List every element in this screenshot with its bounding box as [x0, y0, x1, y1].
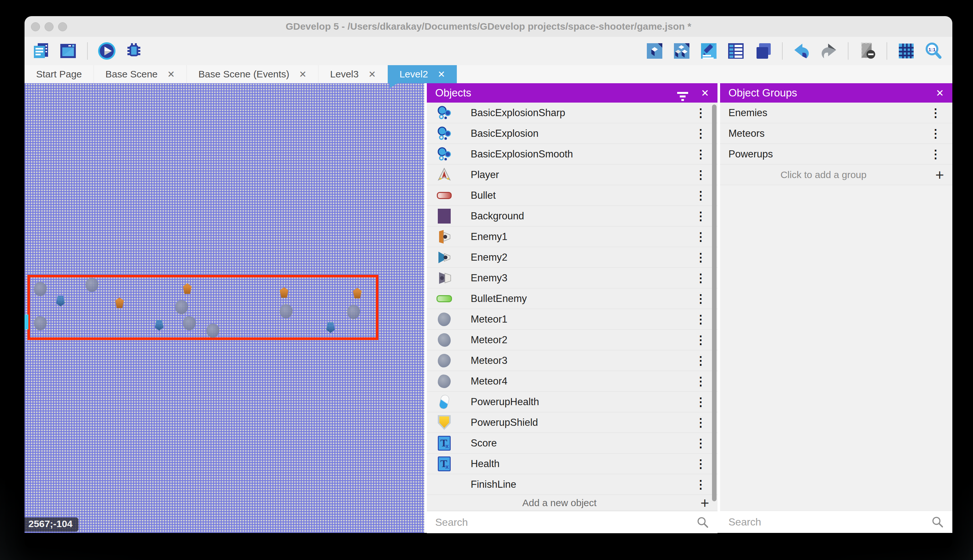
instances-list-icon[interactable]	[726, 42, 745, 60]
tab-base-scene[interactable]: Base Scene ✕	[94, 65, 187, 83]
row-menu-icon[interactable]: ⋮	[687, 251, 714, 264]
undo-icon[interactable]	[792, 42, 811, 60]
window-zoom-button[interactable]	[58, 22, 67, 31]
row-menu-icon[interactable]: ⋮	[687, 292, 714, 305]
row-menu-icon[interactable]: ⋮	[687, 209, 714, 223]
row-menu-icon[interactable]: ⋮	[687, 354, 714, 367]
render-mask-icon[interactable]	[858, 42, 877, 60]
tab-level3[interactable]: Level3 ✕	[318, 65, 388, 83]
row-menu-icon[interactable]: ⋮	[687, 230, 714, 243]
object-row[interactable]: Meteor2 ⋮	[427, 330, 718, 350]
object-row[interactable]: Enemy3 ⋮	[427, 268, 718, 288]
row-menu-icon[interactable]: ⋮	[687, 313, 714, 326]
object-row[interactable]: Meteor3 ⋮	[427, 350, 718, 371]
filter-icon[interactable]	[677, 92, 688, 94]
object-row[interactable]: Player ⋮	[427, 165, 718, 185]
close-panel-icon[interactable]: ✕	[936, 87, 944, 99]
plus-icon: +	[927, 168, 952, 181]
close-tab-icon[interactable]: ✕	[438, 69, 445, 80]
health-pill-icon	[435, 395, 453, 409]
row-menu-icon[interactable]: ⋮	[687, 333, 714, 347]
scene-window-icon[interactable]	[59, 42, 77, 60]
object-row[interactable]: BulletEnemy ⋮	[427, 288, 718, 309]
row-menu-icon[interactable]: ⋮	[687, 375, 714, 388]
object-row[interactable]: PowerupShield ⋮	[427, 412, 718, 433]
tab-level2[interactable]: Level2 ✕	[388, 65, 457, 83]
row-menu-icon[interactable]: ⋮	[687, 189, 714, 202]
properties-pencil-icon[interactable]	[700, 42, 718, 60]
row-menu-icon[interactable]: ⋮	[922, 127, 949, 140]
tab-base-scene-events[interactable]: Base Scene (Events) ✕	[187, 65, 318, 83]
selection-rectangle[interactable]	[27, 275, 378, 340]
redo-icon[interactable]	[820, 42, 838, 60]
row-menu-icon[interactable]: ⋮	[687, 147, 714, 161]
row-menu-icon[interactable]: ⋮	[687, 457, 714, 471]
row-menu-icon[interactable]: ⋮	[687, 127, 714, 140]
row-menu-icon[interactable]: ⋮	[687, 106, 714, 120]
groups-search-input[interactable]	[720, 516, 931, 528]
main-area: 2567;-104 Objects ✕ BasicExplosionSharp …	[25, 83, 952, 533]
objects-search-input[interactable]	[427, 517, 696, 528]
object-groups-icon[interactable]	[672, 42, 691, 60]
row-menu-icon[interactable]: ⋮	[687, 395, 714, 409]
meteor-icon	[435, 333, 453, 347]
add-object-button[interactable]: Add a new object +	[427, 495, 718, 511]
scene-canvas[interactable]: 2567;-104	[25, 83, 424, 533]
tab-start-page[interactable]: Start Page	[25, 65, 94, 83]
objects-editor-icon[interactable]	[645, 42, 664, 60]
close-panel-icon[interactable]: ✕	[701, 87, 709, 99]
shield-icon	[435, 415, 453, 430]
object-row[interactable]: Meteor4 ⋮	[427, 371, 718, 392]
group-row[interactable]: Meteors ⋮	[720, 123, 952, 144]
object-row[interactable]: Health ⋮	[427, 453, 718, 474]
objects-panel-title: Objects	[435, 87, 677, 99]
close-tab-icon[interactable]: ✕	[368, 69, 376, 80]
row-menu-icon[interactable]: ⋮	[922, 147, 949, 161]
scene-tabs: Start Page Base Scene ✕ Base Scene (Even…	[25, 65, 952, 83]
window-close-button[interactable]	[31, 22, 40, 31]
row-menu-icon[interactable]: ⋮	[687, 271, 714, 285]
bullet-enemy-icon	[435, 295, 453, 302]
toolbar-divider	[886, 42, 887, 60]
groups-panel-header: Object Groups ✕	[720, 83, 952, 103]
object-row[interactable]: BasicExplosionSmooth ⋮	[427, 144, 718, 165]
object-row[interactable]: Enemy1 ⋮	[427, 227, 718, 247]
object-row[interactable]: BasicExplosionSharp ⋮	[427, 103, 718, 123]
window-title: GDevelop 5 - /Users/dkarakay/Documents/G…	[25, 21, 952, 32]
project-manager-icon[interactable]	[32, 42, 50, 60]
main-toolbar: 1:1	[25, 37, 952, 65]
objects-scrollbar[interactable]	[712, 105, 716, 501]
group-row[interactable]: Powerups ⋮	[720, 144, 952, 165]
row-menu-icon[interactable]: ⋮	[687, 478, 714, 491]
objects-panel-header: Objects ✕	[427, 83, 718, 103]
object-row[interactable]: BasicExplosion ⋮	[427, 123, 718, 144]
window-minimize-button[interactable]	[45, 22, 53, 31]
text-object-icon	[435, 436, 453, 451]
row-menu-icon[interactable]: ⋮	[687, 168, 714, 182]
row-menu-icon[interactable]: ⋮	[687, 437, 714, 450]
cursor-coordinates: 2567;-104	[25, 517, 78, 532]
row-menu-icon[interactable]: ⋮	[922, 106, 949, 120]
gdevelop-window: GDevelop 5 - /Users/dkarakay/Documents/G…	[25, 16, 952, 548]
grid-icon[interactable]	[897, 42, 916, 60]
meteor-icon	[435, 354, 453, 367]
object-row[interactable]: FinishLine ⋮	[427, 474, 718, 495]
preview-play-icon[interactable]	[97, 42, 116, 60]
object-row[interactable]: Bullet ⋮	[427, 185, 718, 206]
close-tab-icon[interactable]: ✕	[299, 69, 307, 80]
svg-text:1:1: 1:1	[928, 47, 936, 52]
instance-marker[interactable]	[25, 315, 28, 329]
zoom-1-1-icon[interactable]: 1:1	[924, 42, 943, 60]
add-group-button[interactable]: Click to add a group +	[720, 165, 952, 185]
debug-icon[interactable]	[125, 42, 143, 60]
object-row[interactable]: PowerupHealth ⋮	[427, 392, 718, 412]
group-row[interactable]: Enemies ⋮	[720, 103, 952, 123]
layers-icon[interactable]	[754, 42, 772, 60]
row-menu-icon[interactable]: ⋮	[687, 416, 714, 429]
object-row[interactable]: Background ⋮	[427, 206, 718, 227]
no-icon	[435, 477, 453, 492]
object-row[interactable]: Meteor1 ⋮	[427, 309, 718, 330]
object-row[interactable]: Enemy2 ⋮	[427, 247, 718, 268]
object-row[interactable]: Score ⋮	[427, 433, 718, 453]
close-tab-icon[interactable]: ✕	[167, 69, 175, 80]
